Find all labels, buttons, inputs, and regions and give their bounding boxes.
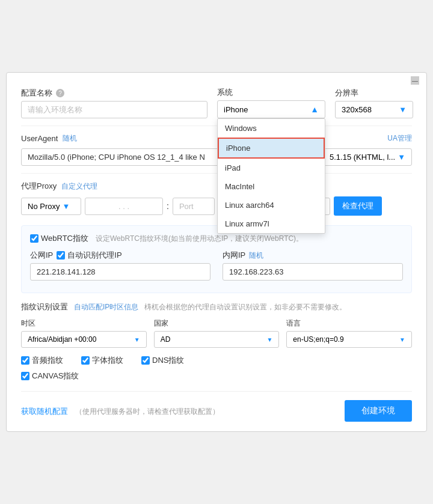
ua-suffix-select[interactable]: 5.1.15 (KHTML, l... ▼ [323,148,412,166]
timezone-label: 时区 [21,318,147,329]
country-group: 国家 AD ▼ [154,318,280,348]
top-section: 配置名称 ? 系统 iPhone ▲ Windows iPhone iPad M… [21,87,412,118]
public-ip-label: 公网IP [30,250,53,261]
font-fingerprint-label[interactable]: 字体指纹 [81,355,123,366]
ua-random-link[interactable]: 随机 [63,133,77,144]
divider-2 [21,173,412,174]
canvas-fingerprint-text: CANVAS指纹 [32,371,79,381]
timezone-group: 时区 Africa/Abidjan +00:00 ▼ [21,318,147,348]
webrtc-checkbox[interactable] [30,234,38,243]
system-option-windows[interactable]: Windows [218,119,325,138]
language-value: en-US;en;q=0.9 [293,335,343,344]
get-config-link[interactable]: 获取随机配置 [21,407,68,416]
audio-fingerprint-checkbox[interactable] [21,356,29,365]
system-option-iphone[interactable]: iPhone [218,138,325,159]
fingerprint-section: 指纹识别设置 自动匹配IP时区信息 梼杌会根据您的代理自动设置识别设置，如非必要… [21,302,412,381]
resolution-label: 分辨率 [335,88,413,99]
resolution-arrow: ▼ [399,105,407,114]
internal-ip-random-link[interactable]: 随机 [249,250,263,261]
divider-1 [21,126,412,126]
public-ip-group: 公网IP 自动识别代理IP [30,250,210,281]
webrtc-checkbox-label[interactable]: WebRTC指纹 [30,233,88,244]
dns-fingerprint-checkbox[interactable] [141,356,150,365]
auto-identify-label[interactable]: 自动识别代理IP [57,250,121,261]
ua-suffix-value: 5.1.15 (KHTML, l... [330,153,395,162]
window-controls: — [411,76,419,85]
selects-row: 时区 Africa/Abidjan +00:00 ▼ 国家 AD ▼ 语言 en… [21,318,412,348]
resolution-select-button[interactable]: 320x568 ▼ [335,101,413,118]
auto-identify-checkbox[interactable] [57,251,65,260]
public-ip-label-row: 公网IP 自动识别代理IP [30,250,210,261]
font-fingerprint-checkbox[interactable] [81,356,90,365]
internal-ip-label: 内网IP [223,250,245,261]
ua-row: UserAgent 随机 UA管理 [21,133,412,144]
fingerprint-title-text: 指纹识别设置 [21,302,68,312]
system-select-button[interactable]: iPhone ▲ [217,100,325,118]
auto-match-link[interactable]: 自动匹配IP时区信息 [74,302,138,312]
bottom-bar: 获取随机配置 （使用代理服务器时，请检查代理获取配置） 创建环境 [21,391,412,422]
help-icon[interactable]: ? [56,89,64,97]
audio-fingerprint-label[interactable]: 音频指纹 [21,355,63,366]
system-option-linux-armv7l[interactable]: Linux armv7l [218,214,325,233]
ip-row: 公网IP 自动识别代理IP 内网IP 随机 [30,250,403,281]
webrtc-label-text: WebRTC指纹 [41,233,88,244]
canvas-fingerprint-label[interactable]: CANVAS指纹 [21,371,79,381]
bottom-left: 获取随机配置 （使用代理服务器时，请检查代理获取配置） [21,405,220,417]
resolution-group: 分辨率 320x568 ▼ [335,88,413,118]
proxy-label-text: 代理Proxy [21,181,57,192]
get-config-note: （使用代理服务器时，请检查代理获取配置） [75,407,220,416]
system-option-ipad[interactable]: iPad [218,159,325,177]
system-label-text: 系统 [217,87,233,98]
country-label: 国家 [154,318,280,329]
timezone-select[interactable]: Africa/Abidjan +00:00 ▼ [21,331,147,348]
dns-fingerprint-text: DNS指纹 [152,355,184,366]
resolution-value: 320x568 [342,105,372,114]
config-name-group: 配置名称 ? [21,88,207,118]
auto-identify-text: 自动识别代理IP [67,250,121,261]
font-fingerprint-text: 字体指纹 [92,355,123,366]
proxy-type-value: No Proxy [28,202,60,211]
main-window: — 配置名称 ? 系统 iPhone ▲ Windows iPhone [6,72,427,432]
proxy-port-input[interactable] [173,198,215,215]
country-value: AD [161,335,171,344]
dns-fingerprint-label[interactable]: DNS指纹 [141,355,184,366]
internal-ip-input[interactable] [223,263,403,281]
proxy-colon: : [167,201,169,211]
language-label: 语言 [286,318,412,329]
system-dropdown-menu: Windows iPhone iPad MacIntel Linux aarch… [217,118,325,234]
minimize-button[interactable]: — [411,76,419,85]
language-group: 语言 en-US;en;q=0.9 ▼ [286,318,412,348]
system-group: 系统 iPhone ▲ Windows iPhone iPad MacIntel… [217,87,325,118]
system-option-linux-aarch64[interactable]: Linux aarch64 [218,196,325,214]
ua-input-row: 5.1.15 (KHTML, l... ▼ [21,148,412,166]
create-environment-button[interactable]: 创建环境 [345,400,412,422]
check-proxy-button[interactable]: 检查代理 [334,196,382,216]
language-select[interactable]: en-US;en;q=0.9 ▼ [286,331,412,348]
config-name-input[interactable] [21,101,207,118]
proxy-custom-link[interactable]: 自定义代理 [61,181,97,192]
system-option-macintel[interactable]: MacIntel [218,177,325,196]
ua-manage-link[interactable]: UA管理 [387,133,412,144]
proxy-ip-input[interactable] [85,198,163,215]
system-select-wrapper: iPhone ▲ Windows iPhone iPad MacIntel Li… [217,100,325,118]
config-name-label: 配置名称 ? [21,88,207,99]
system-dropdown-arrow: ▲ [310,105,319,114]
webrtc-section: WebRTC指纹 设定WebRTC指纹环境(如当前使用动态IP，建议关闭WebR… [21,225,412,293]
fingerprint-checks-row-2: CANVAS指纹 [21,371,412,381]
canvas-fingerprint-checkbox[interactable] [21,372,29,380]
public-ip-input[interactable] [30,263,210,281]
proxy-row: 代理Proxy 自定义代理 [21,181,412,192]
timezone-value: Africa/Abidjan +00:00 [28,335,96,344]
proxy-inputs: No Proxy ▼ : 检查代理 [21,196,412,216]
audio-fingerprint-text: 音频指纹 [32,355,63,366]
internal-ip-label-row: 内网IP 随机 [223,250,403,261]
internal-ip-group: 内网IP 随机 [223,250,403,281]
ua-suffix-arrow: ▼ [398,153,405,162]
country-select[interactable]: AD ▼ [154,331,280,348]
system-label: 系统 [217,87,325,98]
proxy-type-button[interactable]: No Proxy ▼ [21,198,81,215]
fingerprint-desc-text: 梼杌会根据您的代理自动设置识别设置，如非必要不需要修改。 [144,302,346,312]
webrtc-desc-text: 设定WebRTC指纹环境(如当前使用动态IP，建议关闭WebRTC)。 [96,234,303,244]
language-arrow: ▼ [399,336,405,343]
country-arrow: ▼ [266,336,272,343]
